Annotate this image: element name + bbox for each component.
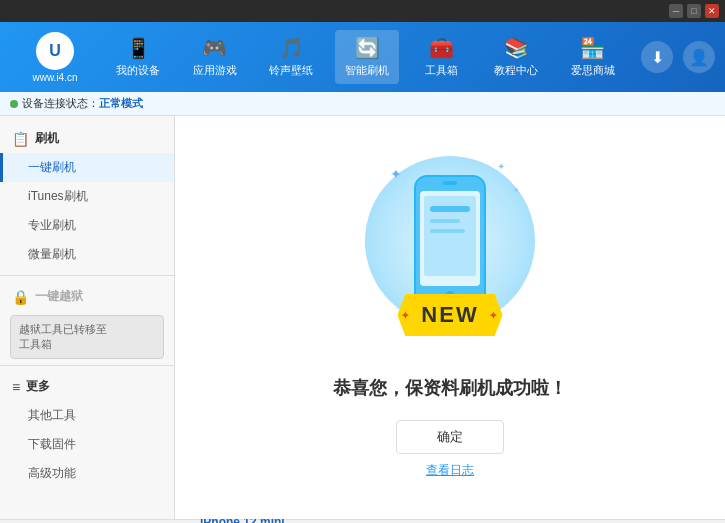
sidebar: 📋 刷机 一键刷机 iTunes刷机 专业刷机 微量刷机 🔒 一键越狱 越狱工具… <box>0 116 175 519</box>
connection-value: 正常模式 <box>99 96 143 111</box>
success-message: 恭喜您，保资料刷机成功啦！ <box>333 376 567 400</box>
device-icon: 📱 <box>126 36 151 60</box>
sidebar-section-more: ≡ 更多 <box>0 372 174 401</box>
shop-icon: 🏪 <box>580 36 605 60</box>
svg-rect-3 <box>443 181 457 185</box>
sidebar-item-pro-flash[interactable]: 专业刷机 <box>0 211 174 240</box>
nav-item-tutorial[interactable]: 📚 教程中心 <box>484 30 548 84</box>
sparkle-1: ✦ <box>390 166 402 182</box>
more-section-icon: ≡ <box>12 379 20 395</box>
header-right: ⬇ 👤 <box>641 41 715 73</box>
toolbox-icon: 🧰 <box>429 36 454 60</box>
wallpaper-icon: 🎵 <box>279 36 304 60</box>
sidebar-item-micro-flash[interactable]: 微量刷机 <box>0 240 174 269</box>
logo-text: www.i4.cn <box>32 72 77 83</box>
main-container: 📋 刷机 一键刷机 iTunes刷机 专业刷机 微量刷机 🔒 一键越狱 越狱工具… <box>0 116 725 519</box>
title-bar: ─ □ ✕ <box>0 0 725 22</box>
logo-area[interactable]: U www.i4.cn <box>10 32 100 83</box>
logo-circle: U <box>36 32 74 70</box>
phone-svg-wrap <box>410 171 490 314</box>
flash-section-icon: 📋 <box>12 131 29 147</box>
user-btn[interactable]: 👤 <box>683 41 715 73</box>
phone-container: ✦ ✦ ✦ <box>360 156 540 356</box>
status-bar: 自动敏送 跳过向导 📱 iPhone 12 mini 64GB Down-12m… <box>0 519 725 523</box>
sidebar-item-download-firmware[interactable]: 下载固件 <box>0 430 174 459</box>
close-button[interactable]: ✕ <box>705 4 719 18</box>
browse-log-link[interactable]: 查看日志 <box>426 462 474 479</box>
advanced-label: 高级功能 <box>28 466 76 480</box>
nav-label-smart-flash: 智能刷机 <box>345 63 389 78</box>
sidebar-section-flash: 📋 刷机 <box>0 124 174 153</box>
nav-label-tutorial: 教程中心 <box>494 63 538 78</box>
sidebar-item-itunes-flash[interactable]: iTunes刷机 <box>0 182 174 211</box>
new-ribbon: NEW <box>397 294 502 336</box>
sidebar-item-advanced[interactable]: 高级功能 <box>0 459 174 488</box>
success-illustration: ✦ ✦ ✦ <box>360 156 540 356</box>
nav-label-my-device: 我的设备 <box>116 63 160 78</box>
connection-label: 设备连接状态： <box>22 96 99 111</box>
sparkle-2: ✦ <box>497 161 505 172</box>
connection-dot <box>10 100 18 108</box>
restore-button[interactable]: □ <box>687 4 701 18</box>
nav-item-shop[interactable]: 🏪 爱思商城 <box>561 30 625 84</box>
nav-items: 📱 我的设备 🎮 应用游戏 🎵 铃声壁纸 🔄 智能刷机 🧰 工具箱 📚 教程中心… <box>100 30 631 84</box>
sidebar-section-jailbreak: 🔒 一键越狱 <box>0 282 174 311</box>
flash-section-title: 刷机 <box>35 130 59 147</box>
nav-item-toolbox[interactable]: 🧰 工具箱 <box>412 30 472 84</box>
nav-label-toolbox: 工具箱 <box>425 63 458 78</box>
nav-label-wallpaper: 铃声壁纸 <box>269 63 313 78</box>
sidebar-item-other-tools[interactable]: 其他工具 <box>0 401 174 430</box>
nav-label-app-game: 应用游戏 <box>193 63 237 78</box>
app-icon: 🎮 <box>202 36 227 60</box>
nav-item-wallpaper[interactable]: 🎵 铃声壁纸 <box>259 30 323 84</box>
sparkle-3: ✦ <box>513 186 520 195</box>
sidebar-item-one-click-flash[interactable]: 一键刷机 <box>0 153 174 182</box>
minimize-button[interactable]: ─ <box>669 4 683 18</box>
more-section-title: 更多 <box>26 378 50 395</box>
itunes-flash-label: iTunes刷机 <box>28 189 88 203</box>
lock-icon: 🔒 <box>12 289 29 305</box>
svg-rect-6 <box>430 219 460 223</box>
tutorial-icon: 📚 <box>504 36 529 60</box>
logo-symbol: U <box>49 42 61 60</box>
pro-flash-label: 专业刷机 <box>28 218 76 232</box>
svg-rect-5 <box>430 206 470 212</box>
download-firmware-label: 下载固件 <box>28 437 76 451</box>
connection-status-bar: 设备连接状态： 正常模式 <box>0 92 725 116</box>
svg-rect-7 <box>430 229 465 233</box>
nav-label-shop: 爱思商城 <box>571 63 615 78</box>
download-btn[interactable]: ⬇ <box>641 41 673 73</box>
sidebar-divider-2 <box>0 365 174 366</box>
jailbreak-notice: 越狱工具已转移至工具箱 <box>10 315 164 359</box>
other-tools-label: 其他工具 <box>28 408 76 422</box>
nav-item-my-device[interactable]: 📱 我的设备 <box>106 30 170 84</box>
content-area: ✦ ✦ ✦ <box>175 116 725 519</box>
new-banner: NEW <box>397 294 502 336</box>
confirm-button[interactable]: 确定 <box>396 420 504 454</box>
sidebar-divider-1 <box>0 275 174 276</box>
jailbreak-section-title: 一键越狱 <box>35 288 83 305</box>
jailbreak-notice-text: 越狱工具已转移至工具箱 <box>19 323 107 350</box>
micro-flash-label: 微量刷机 <box>28 247 76 261</box>
header: U www.i4.cn 📱 我的设备 🎮 应用游戏 🎵 铃声壁纸 🔄 智能刷机 … <box>0 22 725 92</box>
flash-icon: 🔄 <box>355 36 380 60</box>
one-click-flash-label: 一键刷机 <box>28 160 76 174</box>
nav-item-app-game[interactable]: 🎮 应用游戏 <box>183 30 247 84</box>
nav-item-smart-flash[interactable]: 🔄 智能刷机 <box>335 30 399 84</box>
